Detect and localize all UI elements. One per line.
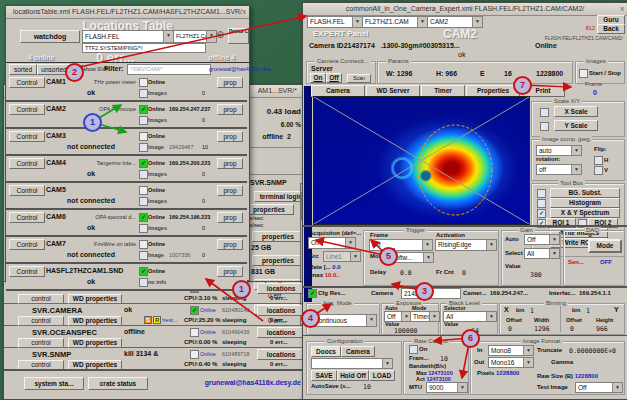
- binning-bin1-spinner[interactable]: 1: [530, 307, 534, 315]
- device-control-button[interactable]: Device Control: [228, 28, 249, 44]
- server-scan-button[interactable]: Scan: [347, 74, 371, 83]
- trigger-frame-combo[interactable]: Off▼: [369, 239, 433, 251]
- svr-online-checkbox[interactable]: [190, 328, 199, 337]
- chevron-down-icon[interactable]: ▼: [571, 146, 581, 155]
- user-email-link[interactable]: grunewal@has4116x.desy.de: [205, 379, 301, 386]
- chevron-down-icon[interactable]: ▼: [423, 253, 433, 262]
- camera-close-icon[interactable]: x: [621, 3, 625, 15]
- cam-prop-button[interactable]: prop: [217, 77, 243, 88]
- cam-online-checkbox[interactable]: [139, 78, 148, 87]
- cam-control-button[interactable]: Control: [9, 266, 45, 277]
- chevron-down-icon[interactable]: ▼: [612, 383, 622, 392]
- filter-input[interactable]: */DEV/CAM/*: [127, 64, 211, 75]
- flip-h-checkbox[interactable]: [594, 156, 603, 165]
- acquisition-combo[interactable]: Off▼: [308, 237, 356, 249]
- cam-online-checkbox[interactable]: [139, 105, 148, 114]
- cam-prop-button[interactable]: prop: [217, 131, 243, 142]
- trigger-mode-combo[interactable]: Softw...▼: [388, 252, 434, 263]
- properties-button-1[interactable]: properties: [252, 231, 304, 242]
- server-off-button[interactable]: Off: [326, 73, 342, 83]
- chevron-down-icon[interactable]: ▼: [366, 315, 376, 326]
- svr-control-button[interactable]: control: [18, 294, 64, 304]
- cam-prop-button[interactable]: prop: [217, 185, 243, 196]
- cam-images-checkbox[interactable]: [139, 143, 148, 152]
- cam-online-checkbox[interactable]: [139, 132, 148, 141]
- binning-offy-value[interactable]: 0: [570, 325, 574, 333]
- xy-spectrum-checkbox[interactable]: [537, 209, 546, 218]
- svr-wd-properties-button[interactable]: WD properties: [68, 294, 122, 304]
- chevron-down-icon[interactable]: ▼: [571, 165, 581, 174]
- format-out-combo[interactable]: Mono16▼: [488, 357, 534, 368]
- exposure-mode-combo[interactable]: Timed▼: [410, 311, 440, 322]
- config-combo[interactable]: ▼: [311, 358, 393, 369]
- chevron-down-icon[interactable]: ▼: [549, 249, 559, 258]
- server-on-button[interactable]: On: [310, 73, 326, 83]
- rotation-combo[interactable]: off▼: [536, 164, 582, 175]
- flip-v-checkbox[interactable]: [594, 166, 603, 175]
- cam-images-checkbox[interactable]: [139, 251, 148, 260]
- svr-wd-properties-button[interactable]: WD properties: [68, 316, 122, 326]
- chevron-down-icon[interactable]: ▼: [486, 240, 496, 250]
- nav-device-combo[interactable]: FL2THZ1.CAM▼: [362, 16, 428, 28]
- activation-combo[interactable]: RisingEdge▼: [435, 239, 497, 251]
- crate-status-button[interactable]: crate status: [88, 377, 148, 390]
- load-button[interactable]: LOAD: [369, 370, 395, 381]
- black-value-spinner[interactable]: 64: [471, 327, 479, 335]
- chevron-down-icon[interactable]: ▼: [163, 31, 173, 42]
- gain-value-spinner[interactable]: 300: [530, 271, 542, 279]
- cam-control-button[interactable]: Control: [9, 212, 45, 223]
- cam-online-checkbox[interactable]: [139, 267, 148, 276]
- gain-select-combo[interactable]: All▼: [524, 248, 560, 259]
- mtu-combo[interactable]: 9000▼: [426, 382, 468, 393]
- cam-images-checkbox[interactable]: [139, 116, 148, 125]
- cam-prop-button[interactable]: prop: [217, 104, 243, 115]
- show-svr-checkbox[interactable]: [74, 65, 83, 74]
- svr-control-button[interactable]: control: [18, 338, 64, 348]
- tab-doocs[interactable]: Doocs: [311, 346, 341, 357]
- cam-prop-button[interactable]: prop: [217, 239, 243, 250]
- svr-locations-button[interactable]: locations: [257, 283, 305, 294]
- xy-spectrum-button[interactable]: X & Y Spectrum: [550, 208, 620, 218]
- cam-control-button[interactable]: Control: [9, 131, 45, 142]
- locations-close-icon[interactable]: x: [243, 6, 247, 18]
- svr-control-button[interactable]: control: [18, 316, 64, 326]
- daq-mode-button[interactable]: Mode: [588, 239, 622, 253]
- device-combo[interactable]: FL2THZ1.CAM▼: [173, 30, 217, 43]
- back-button[interactable]: Back: [597, 24, 625, 34]
- cam-prop-button[interactable]: prop: [217, 266, 243, 277]
- test-image-combo[interactable]: Off▼: [575, 382, 623, 393]
- cam-control-button[interactable]: Control: [9, 104, 45, 115]
- chevron-down-icon[interactable]: ▼: [352, 17, 362, 27]
- svr-wd-properties-button[interactable]: WD properties: [68, 338, 122, 348]
- chevron-down-icon[interactable]: ▼: [549, 235, 559, 244]
- svr-online-checkbox[interactable]: [190, 350, 199, 359]
- cam-prop-button[interactable]: prop: [217, 158, 243, 169]
- y-scale-checkbox[interactable]: [540, 122, 549, 131]
- chevron-down-icon[interactable]: ▼: [523, 346, 533, 355]
- tab-camera[interactable]: Camera: [341, 346, 375, 357]
- cam-images-checkbox[interactable]: [139, 278, 148, 287]
- chevron-down-icon[interactable]: ▼: [345, 238, 355, 248]
- cam-online-checkbox[interactable]: [139, 159, 148, 168]
- binning-width-value[interactable]: 1296: [534, 325, 550, 333]
- bg-subst-checkbox[interactable]: [537, 189, 546, 198]
- delay-spinner[interactable]: 0.0: [400, 269, 412, 277]
- binning-bin2-spinner[interactable]: 1: [586, 307, 590, 315]
- chevron-down-icon[interactable]: ▼: [472, 17, 482, 27]
- binning-height-value[interactable]: 966: [596, 325, 608, 333]
- cam-images-checkbox[interactable]: [139, 89, 148, 98]
- comp-auto-combo[interactable]: auto▼: [536, 145, 582, 156]
- nav-facility-combo[interactable]: FLASH.FEL▼: [307, 16, 363, 28]
- cam-online-checkbox[interactable]: [139, 240, 148, 249]
- chevron-down-icon[interactable]: ▼: [206, 31, 216, 42]
- cam-images-checkbox[interactable]: [139, 224, 148, 233]
- x-scale-checkbox[interactable]: [540, 108, 549, 117]
- svr-locations-button[interactable]: locations: [257, 349, 305, 360]
- cam-control-button[interactable]: Control: [9, 239, 45, 250]
- cam-images-checkbox[interactable]: [139, 197, 148, 206]
- exposure-value-spinner[interactable]: 100000: [394, 327, 417, 335]
- cfg-res-checkbox[interactable]: [308, 289, 317, 298]
- src-combo[interactable]: Line1▼: [323, 251, 361, 262]
- chevron-down-icon[interactable]: ▼: [350, 252, 360, 261]
- binning-offx-value[interactable]: 0: [508, 325, 512, 333]
